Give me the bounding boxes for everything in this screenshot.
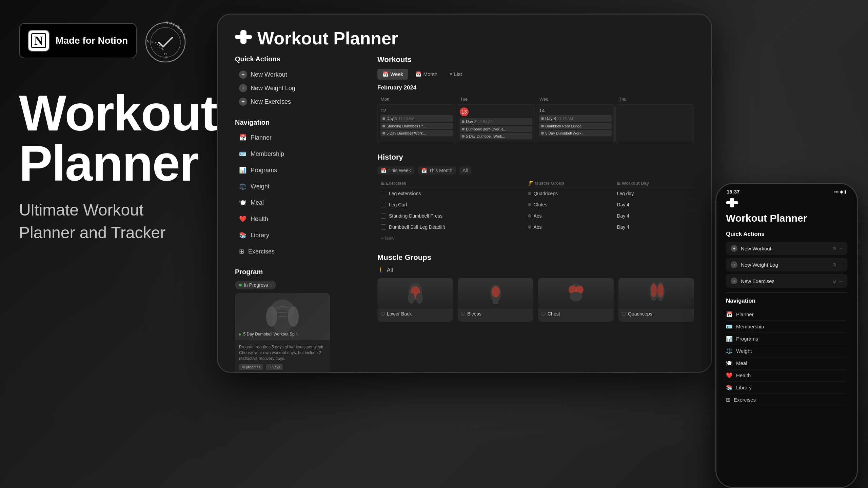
phone-logo-svg: [726, 198, 738, 207]
tab-month[interactable]: 📅 Month: [410, 69, 442, 80]
svg-rect-6: [235, 35, 252, 39]
health-icon: ❤️: [239, 215, 246, 223]
tab-list[interactable]: ≡ List: [445, 69, 467, 80]
event-standing-label: Standing Dumbbell Pr...: [387, 124, 426, 128]
phone-planner-icon: 📅: [726, 311, 733, 318]
phone-nav-membership[interactable]: 🪪 Membership: [726, 321, 847, 333]
phone-gear-icon-3: ⊙: [832, 278, 836, 284]
phone-membership-icon: 🪪: [726, 323, 733, 330]
muscle-card-img-quads: [618, 278, 694, 308]
add-new-row[interactable]: + New: [377, 233, 694, 244]
exercise-name-3: Standing Dumbbell Press: [389, 213, 442, 219]
cal-event-day2: Day 2 11:54 AM: [460, 118, 532, 125]
phone-dots-icon-3: ···: [839, 278, 843, 284]
battery-icon: ▮: [844, 189, 847, 194]
title-line1: Workout: [19, 85, 217, 141]
phone-new-weight-log-btn[interactable]: + New Weight Log ⊙ ···: [726, 258, 847, 271]
biceps-text: Biceps: [467, 311, 481, 317]
phone-nav-exercises[interactable]: ⊞ Exercises: [726, 394, 847, 406]
day-cell-1: Leg day: [613, 188, 694, 199]
tab-week[interactable]: 📅 Week: [377, 69, 408, 80]
tablet-screen: Workout Planner Quick Actions + New Work…: [218, 15, 711, 372]
event-dot-3: [382, 132, 385, 135]
event-day2-label: Day 2: [466, 119, 476, 124]
chest-svg: [563, 280, 590, 307]
muscle-dot-3: [528, 214, 531, 218]
check-1[interactable]: [381, 191, 386, 196]
phone-nav-planner[interactable]: 📅 Planner: [726, 308, 847, 321]
event-dot-7: [541, 117, 544, 120]
svg-point-9: [266, 306, 277, 327]
muscle-name-4: Abs: [533, 224, 541, 230]
badge-row: N Made for Notion NOTION CERTIFIED NOTIO…: [19, 20, 217, 61]
muscle-card-chest[interactable]: Chest: [538, 278, 614, 322]
new-exercises-btn[interactable]: + New Exercises: [235, 95, 364, 108]
signal-icon: ▪▪▪: [834, 189, 839, 194]
phone-nav-weight[interactable]: ⚖️ Weight: [726, 345, 847, 357]
in-progress-dot: [239, 284, 242, 286]
tab-week-icon: 📅: [382, 71, 389, 77]
membership-icon: 🪪: [239, 150, 246, 158]
phone-health-icon: ❤️: [726, 372, 733, 379]
nav-weight[interactable]: ⚖️ Weight: [235, 180, 364, 193]
phone-nav-health[interactable]: ❤️ Health: [726, 369, 847, 382]
phone-mockup: 15:37 ▪▪▪ ◈ ▮ Workout Planner Quick Acti…: [715, 183, 858, 488]
program-card[interactable]: ● 5 Day Dumbbell Workout Split Program r…: [235, 293, 330, 373]
new-workout-btn[interactable]: + New Workout: [235, 68, 364, 81]
notion-n-logo: N: [31, 33, 46, 48]
nav-membership[interactable]: 🪪 Membership: [235, 147, 364, 160]
nav-programs[interactable]: 📊 Programs: [235, 164, 364, 177]
phone-nav-library[interactable]: 📚 Library: [726, 382, 847, 394]
check-2[interactable]: [381, 202, 386, 207]
muscle-card-lower-back[interactable]: Lower Back: [377, 278, 453, 322]
filter-all-label: All: [462, 168, 468, 173]
muscle-chest-label: Chest: [538, 308, 614, 319]
event-rear-lunge-label: Dumbbell Rear Lunge: [545, 124, 581, 128]
check-3[interactable]: [381, 213, 386, 219]
program-tags: In progress 5 Days: [239, 364, 326, 370]
filter-this-month-label: This Month: [429, 168, 452, 173]
exercise-cell-4: Dumbbell Stiff Leg Deadlift: [377, 222, 525, 233]
nav-planner[interactable]: 📅 Planner: [235, 131, 364, 144]
cal-day-12[interactable]: 12 Day 1 11:13 AM Standing Dumbbell Pr..…: [377, 104, 456, 143]
muscle-biceps-label: Biceps: [458, 308, 533, 319]
exercise-name-1: Leg extensions: [389, 191, 421, 196]
phone-nav-meal[interactable]: 🍽️ Meal: [726, 357, 847, 369]
event-5day-2-label: 5 Day Dumbbell Work...: [466, 134, 505, 138]
filter-this-week[interactable]: 📅 This Week: [377, 166, 414, 175]
phone-nav-programs[interactable]: 📊 Programs: [726, 333, 847, 345]
nav-health[interactable]: ❤️ Health: [235, 212, 364, 225]
phone-new-weight-label: New Weight Log: [741, 262, 778, 268]
phone-dots-icon-2: ···: [839, 262, 843, 267]
programs-icon: 📊: [239, 166, 246, 174]
muscle-card-biceps[interactable]: Biceps: [458, 278, 533, 322]
plus-icon-exercises: +: [239, 98, 247, 106]
phone-action-icons-3: ⊙ ···: [832, 278, 843, 284]
filter-all[interactable]: All: [459, 166, 471, 175]
muscle-card-quads[interactable]: Quadriceps: [618, 278, 694, 322]
phone-new-exercises-btn[interactable]: + New Exercises ⊙ ···: [726, 274, 847, 288]
lower-back-svg: [402, 280, 429, 307]
nav-library[interactable]: 📚 Library: [235, 229, 364, 242]
nav-exercises[interactable]: ⊞ Exercises: [235, 245, 364, 258]
svg-point-10: [288, 306, 299, 327]
left-hero-section: N Made for Notion NOTION CERTIFIED NOTIO…: [19, 20, 217, 244]
filter-this-month[interactable]: 📅 This Month: [418, 166, 456, 175]
made-for-notion-badge: N Made for Notion: [19, 23, 137, 58]
cal-day-14[interactable]: 14 Day 3 11:17 AM Dumbbell Rear Lunge: [536, 104, 615, 143]
nav-meal[interactable]: 🍽️ Meal: [235, 196, 364, 209]
app-header: Workout Planner: [235, 28, 694, 48]
exercises-icon: ⊞: [239, 248, 244, 255]
check-4[interactable]: [381, 224, 386, 230]
muscle-all-filter[interactable]: 🚶 All: [377, 267, 694, 273]
exercise-cell-2: Leg Curl: [377, 199, 525, 210]
program-card-body: Program requires 5 days of workouts per …: [235, 340, 330, 373]
phone-new-workout-btn[interactable]: + New Workout ⊙ ···: [726, 242, 847, 255]
new-weight-log-btn[interactable]: + New Weight Log: [235, 81, 364, 95]
muscle-card-img-biceps: [458, 278, 533, 308]
cal-day-13[interactable]: 13 Day 2 11:54 AM Dumbbell Bent Over R..: [457, 104, 535, 143]
exercise-name-4: Dumbbell Stiff Leg Deadlift: [389, 224, 445, 230]
cal-event-5day-2: 5 Day Dumbbell Work...: [460, 133, 532, 139]
app-content: Quick Actions + New Workout + New Weight…: [235, 55, 694, 351]
muscle-cell-1: Quadriceps: [525, 188, 613, 199]
